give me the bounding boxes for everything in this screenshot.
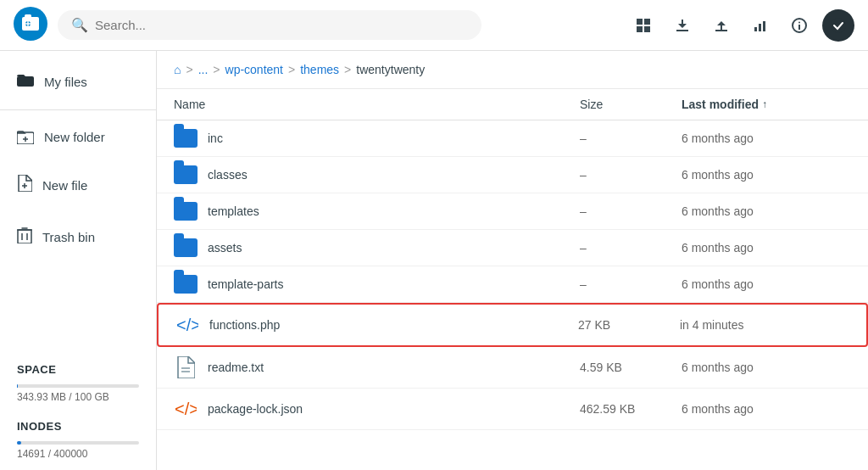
svg-text:</>: </> <box>176 316 198 334</box>
space-progress-bar <box>17 384 139 388</box>
wp-content-breadcrumb[interactable]: wp-content <box>225 63 283 76</box>
svg-point-17 <box>798 21 800 23</box>
col-size-header[interactable]: Size <box>580 98 682 111</box>
header-actions <box>627 9 854 42</box>
col-modified-header[interactable]: Last modified ↑ <box>682 98 851 111</box>
file-name-cell: assets <box>174 238 580 257</box>
chart-icon <box>752 17 769 34</box>
trash-bin-label: Trash bin <box>42 230 95 244</box>
file-name-text: template-parts <box>208 277 283 291</box>
file-name-cell: template-parts <box>174 275 580 294</box>
sidebar-item-new-folder[interactable]: New folder <box>0 114 156 159</box>
grid-view-button[interactable] <box>627 9 659 42</box>
new-folder-icon <box>17 129 34 144</box>
table-row[interactable]: template-parts – 6 months ago <box>157 266 868 303</box>
file-modified-cell: 6 months ago <box>682 241 851 255</box>
trash-icon <box>17 227 32 248</box>
table-header: Name Size Last modified ↑ <box>157 89 868 120</box>
file-name-cell: inc <box>174 129 580 148</box>
svg-rect-11 <box>715 30 727 31</box>
new-file-icon <box>17 175 32 196</box>
sidebar-item-new-file[interactable]: New file <box>0 159 156 211</box>
svg-rect-8 <box>637 26 643 32</box>
stats-button[interactable] <box>744 9 776 42</box>
search-input[interactable] <box>95 18 468 32</box>
svg-rect-25 <box>18 230 31 243</box>
file-modified-cell: 6 months ago <box>682 131 851 145</box>
breadcrumb: ⌂ > ... > wp-content > themes > twentytw… <box>157 51 868 89</box>
svg-rect-9 <box>644 26 650 32</box>
search-icon: 🔍 <box>71 17 88 33</box>
file-size-cell: – <box>580 277 682 291</box>
sep-2: > <box>213 63 220 76</box>
table-row[interactable]: </> functions.php 27 KB in 4 minutes <box>157 303 868 347</box>
file-table: Name Size Last modified ↑ inc – 6 months… <box>157 89 868 470</box>
folder-icon <box>174 275 198 294</box>
svg-rect-10 <box>676 30 688 31</box>
svg-rect-19 <box>17 76 34 87</box>
inodes-progress-fill <box>17 441 21 445</box>
new-folder-label: New folder <box>44 130 105 144</box>
svg-rect-14 <box>763 21 765 31</box>
file-modified-cell: 6 months ago <box>682 204 851 218</box>
folder-icon <box>174 165 198 184</box>
inodes-progress-bar <box>17 441 139 445</box>
space-used-label: 343.93 MB / 100 GB <box>17 391 139 403</box>
svg-rect-2 <box>25 14 31 19</box>
col-name-header[interactable]: Name <box>174 98 580 111</box>
sep-1: > <box>186 63 192 76</box>
download-button[interactable] <box>666 9 698 42</box>
info-icon <box>791 17 808 34</box>
folder-icon <box>174 129 198 148</box>
folder-icon <box>174 238 198 257</box>
check-icon <box>830 17 847 34</box>
file-modified-cell: 6 months ago <box>682 402 851 416</box>
space-progress: 343.93 MB / 100 GB <box>0 379 156 406</box>
inodes-section-header: Inodes <box>0 406 156 436</box>
ellipsis-breadcrumb[interactable]: ... <box>198 63 209 76</box>
app-logo <box>14 7 47 44</box>
file-size-cell: – <box>580 241 682 255</box>
table-row[interactable]: </> package-lock.json 462.59 KB 6 months… <box>157 389 868 430</box>
file-modified-cell: in 4 minutes <box>680 318 849 332</box>
file-name-cell: </> package-lock.json <box>174 397 580 421</box>
file-modified-cell: 6 months ago <box>682 361 851 374</box>
sidebar: My files New folder New file Trash bin S… <box>0 51 157 470</box>
sidebar-item-trash-bin[interactable]: Trash bin <box>0 211 156 263</box>
table-row[interactable]: inc – 6 months ago <box>157 120 868 157</box>
folder-icon <box>17 73 34 91</box>
svg-point-18 <box>831 18 846 33</box>
svg-rect-12 <box>754 27 757 31</box>
table-row[interactable]: templates – 6 months ago <box>157 193 868 230</box>
my-files-label: My files <box>44 75 87 89</box>
sep-4: > <box>344 63 351 76</box>
new-file-label: New file <box>42 178 87 193</box>
search-bar[interactable]: 🔍 <box>58 10 481 40</box>
file-name-text: classes <box>208 168 248 182</box>
file-name-text: assets <box>208 241 242 255</box>
sidebar-divider-1 <box>0 109 156 110</box>
file-name-cell: classes <box>174 165 580 184</box>
table-row[interactable]: classes – 6 months ago <box>157 157 868 193</box>
file-size-cell: – <box>580 204 682 218</box>
file-size-cell: – <box>580 168 682 182</box>
check-button[interactable] <box>822 9 854 42</box>
svg-rect-13 <box>759 24 761 31</box>
upload-icon <box>713 17 730 34</box>
file-name-cell: templates <box>174 202 580 221</box>
file-name-cell: readme.txt <box>174 355 580 379</box>
space-section-header: Space <box>0 350 156 379</box>
current-breadcrumb: twentytwenty <box>356 63 425 76</box>
sidebar-item-my-files[interactable]: My files <box>0 58 156 106</box>
sep-3: > <box>288 63 295 76</box>
table-row[interactable]: assets – 6 months ago <box>157 230 868 266</box>
home-breadcrumb[interactable]: ⌂ <box>174 63 181 76</box>
file-name-text: functions.php <box>209 318 280 332</box>
file-size-cell: 27 KB <box>578 318 680 332</box>
table-row[interactable]: readme.txt 4.59 KB 6 months ago <box>157 347 868 389</box>
upload-button[interactable] <box>705 9 737 42</box>
info-button[interactable] <box>783 9 815 42</box>
code-file-icon: </> <box>175 313 199 337</box>
folder-icon <box>174 202 198 221</box>
themes-breadcrumb[interactable]: themes <box>300 63 339 76</box>
